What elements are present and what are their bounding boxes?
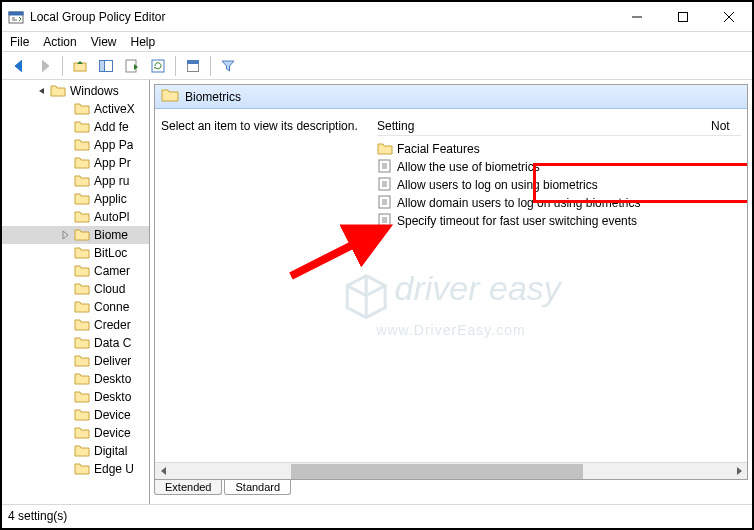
folder-icon — [74, 119, 90, 136]
up-button[interactable] — [69, 55, 91, 77]
tree-item[interactable]: App ru — [2, 172, 149, 190]
expand-icon[interactable] — [60, 229, 72, 241]
folder-icon — [74, 407, 90, 424]
column-state[interactable]: Not — [711, 119, 741, 133]
refresh-button[interactable] — [147, 55, 169, 77]
setting-icon — [377, 176, 393, 195]
folder-icon — [74, 389, 90, 406]
svg-rect-5 — [100, 60, 105, 71]
list-item-setting[interactable]: Allow the use of biometrics — [377, 158, 741, 176]
tree-item[interactable]: App Pr — [2, 154, 149, 172]
column-setting[interactable]: Setting — [377, 119, 414, 133]
folder-icon — [74, 101, 90, 118]
list-item-setting[interactable]: Allow users to log on using biometrics — [377, 176, 741, 194]
tree-item-label: Cloud — [94, 282, 125, 296]
tree-item[interactable]: Camer — [2, 262, 149, 280]
export-button[interactable] — [121, 55, 143, 77]
setting-icon — [377, 158, 393, 177]
tree-item[interactable]: Digital — [2, 442, 149, 460]
tree-item[interactable]: Edge U — [2, 460, 149, 478]
filter-button[interactable] — [217, 55, 239, 77]
scroll-left-icon[interactable] — [155, 463, 172, 480]
description-column: Select an item to view its description. — [161, 119, 377, 462]
tree-item[interactable]: Deskto — [2, 388, 149, 406]
details-title: Biometrics — [185, 90, 241, 104]
properties-button[interactable] — [182, 55, 204, 77]
tree-item[interactable]: Device — [2, 406, 149, 424]
show-hide-tree-button[interactable] — [95, 55, 117, 77]
tree-item-label: Creder — [94, 318, 131, 332]
folder-icon — [74, 443, 90, 460]
list-item-label: Allow domain users to log on using biome… — [397, 196, 640, 210]
folder-icon — [74, 353, 90, 370]
list-item-label: Facial Features — [397, 142, 480, 156]
folder-icon — [74, 155, 90, 172]
toolbar-separator — [62, 56, 63, 76]
menu-file[interactable]: File — [10, 35, 29, 49]
tree-item-label: Applic — [94, 192, 127, 206]
tree-item-label: Device — [94, 426, 131, 440]
tree-item[interactable]: Add fe — [2, 118, 149, 136]
toolbar — [2, 52, 752, 80]
menu-bar: File Action View Help — [2, 32, 752, 52]
back-button[interactable] — [8, 55, 30, 77]
list-item-folder[interactable]: Facial Features — [377, 140, 741, 158]
collapse-icon[interactable] — [36, 85, 48, 97]
tree-item[interactable]: Creder — [2, 316, 149, 334]
status-bar: 4 setting(s) — [2, 504, 752, 526]
list-item-setting[interactable]: Allow domain users to log on using biome… — [377, 194, 741, 212]
tree-item-label: Conne — [94, 300, 129, 314]
menu-help[interactable]: Help — [131, 35, 156, 49]
tree-panel[interactable]: Windows ActiveXAdd feApp PaApp PrApp ruA… — [2, 80, 150, 504]
tree-item-label: Biome — [94, 228, 128, 242]
tree-item-label: App Pr — [94, 156, 131, 170]
list-item-label: Allow users to log on using biometrics — [397, 178, 598, 192]
minimize-button[interactable] — [614, 2, 660, 32]
tree-item-label: BitLoc — [94, 246, 127, 260]
folder-icon — [74, 137, 90, 154]
folder-icon — [161, 87, 179, 106]
tree-item[interactable]: BitLoc — [2, 244, 149, 262]
tree-item-label: Edge U — [94, 462, 134, 476]
tree-item-label: Data C — [94, 336, 131, 350]
forward-button[interactable] — [34, 55, 56, 77]
tree-item[interactable]: Conne — [2, 298, 149, 316]
maximize-button[interactable] — [660, 2, 706, 32]
scrollbar-thumb[interactable] — [291, 464, 583, 479]
tree-item[interactable]: Deskto — [2, 370, 149, 388]
folder-icon — [74, 191, 90, 208]
view-tabs: Extended Standard — [154, 480, 748, 500]
tab-standard[interactable]: Standard — [224, 480, 291, 495]
tree-item[interactable]: Data C — [2, 334, 149, 352]
tree-item[interactable]: Applic — [2, 190, 149, 208]
tree-item[interactable]: App Pa — [2, 136, 149, 154]
tree-item[interactable]: AutoPl — [2, 208, 149, 226]
tree-item-label: Deliver — [94, 354, 131, 368]
tree-item[interactable]: ActiveX — [2, 100, 149, 118]
list-item-setting[interactable]: Specify timeout for fast user switching … — [377, 212, 741, 230]
tree-root[interactable]: Windows — [2, 82, 149, 100]
tree-item[interactable]: Cloud — [2, 280, 149, 298]
tab-extended[interactable]: Extended — [154, 480, 222, 495]
right-panel: Biometrics Select an item to view its de… — [150, 80, 752, 504]
tree-item[interactable]: Biome — [2, 226, 149, 244]
details-header: Biometrics — [155, 85, 747, 109]
menu-view[interactable]: View — [91, 35, 117, 49]
svg-rect-1 — [9, 12, 23, 15]
tree-item-label: App ru — [94, 174, 129, 188]
menu-action[interactable]: Action — [43, 35, 76, 49]
tree-item-label: Deskto — [94, 390, 131, 404]
folder-icon — [74, 263, 90, 280]
tree-item-label: AutoPl — [94, 210, 129, 224]
setting-icon — [377, 212, 393, 231]
scroll-right-icon[interactable] — [730, 463, 747, 480]
details-pane: Biometrics Select an item to view its de… — [154, 84, 748, 480]
close-button[interactable] — [706, 2, 752, 32]
folder-icon — [74, 461, 90, 478]
tree-item[interactable]: Deliver — [2, 352, 149, 370]
tree-item[interactable]: Device — [2, 424, 149, 442]
tree-item-label: ActiveX — [94, 102, 135, 116]
horizontal-scrollbar[interactable] — [155, 462, 747, 479]
app-icon — [8, 9, 24, 25]
tree-root-label: Windows — [70, 84, 119, 98]
